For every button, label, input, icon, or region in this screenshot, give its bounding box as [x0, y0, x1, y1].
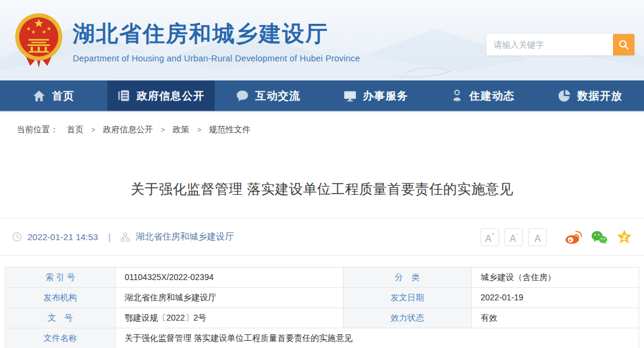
nav-item-gov-info[interactable]: 政府信息公开 — [107, 80, 215, 111]
share-group — [565, 229, 632, 244]
publish-time: 2022-01-21 14:53 — [27, 232, 98, 242]
source-org-icon — [120, 232, 130, 242]
doc-field-value: 鄂建设规〔2022〕2号 — [116, 308, 343, 328]
font-reset-button[interactable]: A — [528, 228, 547, 246]
pie-chart-icon — [558, 89, 571, 102]
doc-field-label: 文件名称 — [5, 328, 116, 348]
doc-field-value: 2022-01-19 — [472, 288, 639, 308]
article-source: 湖北省住房和城乡建设厅 — [135, 231, 234, 243]
nav-item-label: 首页 — [52, 89, 75, 103]
doc-field-label: 发文日期 — [343, 288, 472, 308]
person-badge-icon — [451, 89, 463, 102]
doc-field-value: 湖北省住房和城乡建设厅 — [116, 288, 343, 308]
breadcrumb-item-policy[interactable]: 政策 — [172, 125, 189, 134]
search-icon — [618, 39, 629, 50]
breadcrumb-prefix: 当前位置： — [17, 125, 58, 134]
doc-field-label: 效力状态 — [343, 308, 472, 328]
site-title: 湖北省住房和城乡建设厅 — [73, 19, 360, 49]
nav-item-home[interactable]: 首页 — [0, 80, 107, 111]
weibo-icon[interactable] — [565, 230, 582, 244]
nav-item-services[interactable]: 办事服务 — [322, 80, 429, 111]
search-bar — [487, 34, 634, 55]
nav-item-label: 数据开放 — [577, 89, 623, 103]
document-icon — [117, 89, 130, 102]
font-increase-button[interactable]: A+ — [481, 228, 499, 246]
article-meta-left: 2022-01-21 14:53 | 湖北省住房和城乡建设厅 — [12, 231, 234, 243]
nav-item-label: 住建动态 — [469, 89, 515, 103]
doc-field-label: 分 类 — [343, 268, 472, 288]
document-info-table: 索 引 号 01104325X/2022-02394 分 类 城乡建设（含住房）… — [5, 267, 639, 348]
doc-field-value: 01104325X/2022-02394 — [116, 268, 343, 288]
breadcrumb: 当前位置： 首页 > 政府信息公开 > 政策 > 规范性文件 — [17, 125, 250, 135]
home-icon — [33, 90, 45, 102]
monitor-icon — [343, 90, 357, 102]
search-button[interactable] — [613, 34, 634, 55]
national-emblem — [12, 12, 66, 70]
nav-item-interaction[interactable]: 互动交流 — [215, 80, 322, 111]
breadcrumb-separator: > — [161, 126, 165, 134]
doc-field-label: 索 引 号 — [5, 268, 116, 288]
breadcrumb-item-normative-docs[interactable]: 规范性文件 — [209, 125, 250, 134]
search-input[interactable] — [487, 34, 613, 55]
page: 湖北省住房和城乡建设厅 Department of Housing and Ur… — [0, 0, 644, 348]
main-nav: 首页 政府信息公开 互动交流 — [0, 80, 644, 112]
article-meta-right: A+ A- A — [475, 228, 632, 246]
meta-separator: | — [108, 232, 110, 242]
chat-bubble-icon — [236, 90, 249, 102]
nav-item-news[interactable]: 住建动态 — [429, 80, 537, 111]
nav-item-label: 办事服务 — [363, 89, 408, 103]
font-decrease-button[interactable]: A- — [504, 228, 523, 246]
site-title-block: 湖北省住房和城乡建设厅 Department of Housing and Ur… — [73, 19, 360, 63]
clock-icon — [12, 232, 22, 242]
site-subtitle: Department of Housing and Urban-Rural De… — [73, 54, 360, 63]
breadcrumb-separator: > — [197, 126, 201, 134]
article-title: 关于强化监督管理 落实建设单位工程质量首要责任的实施意见 — [0, 180, 644, 198]
nav-item-label: 互动交流 — [255, 89, 301, 103]
breadcrumb-item-home[interactable]: 首页 — [67, 125, 83, 134]
breadcrumb-separator: > — [91, 126, 95, 134]
wechat-icon[interactable] — [591, 230, 608, 244]
breadcrumb-item-gov-info[interactable]: 政府信息公开 — [103, 125, 153, 134]
qzone-icon[interactable] — [617, 229, 632, 244]
article-meta-bar: 2022-01-21 14:53 | 湖北省住房和城乡建设厅 A+ A- A — [0, 218, 644, 256]
doc-field-value: 有效 — [472, 308, 639, 328]
doc-field-value: 城乡建设（含住房） — [472, 268, 639, 288]
nav-item-label: 政府信息公开 — [137, 89, 205, 103]
doc-field-value: 关于强化监督管理 落实建设单位工程质量首要责任的实施意见 — [116, 328, 639, 348]
doc-field-label: 文 号 — [5, 308, 116, 328]
site-header: 湖北省住房和城乡建设厅 Department of Housing and Ur… — [0, 0, 644, 80]
nav-item-open-data[interactable]: 数据开放 — [537, 80, 644, 111]
doc-field-label: 发布机构 — [5, 288, 116, 308]
